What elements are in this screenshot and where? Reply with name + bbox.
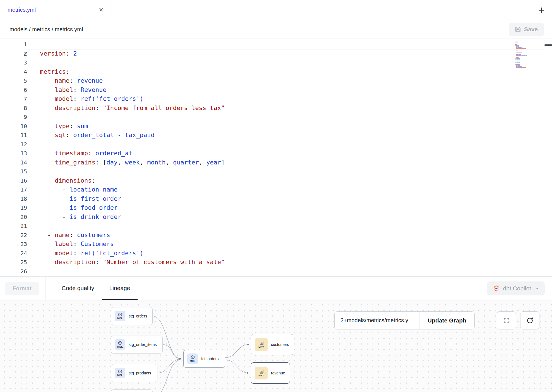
line-number: 12 — [0, 140, 27, 149]
node-label: customers — [271, 342, 289, 347]
code-line-2[interactable]: 2version: 2 — [0, 49, 552, 58]
code-line-21[interactable]: 21 — [0, 221, 552, 231]
code-line-8[interactable]: 8 description: "Income from all orders l… — [0, 104, 552, 113]
save-button[interactable]: Save — [509, 23, 544, 36]
line-number: 25 — [0, 258, 27, 267]
close-icon[interactable]: × — [99, 6, 103, 14]
line-number: 19 — [0, 203, 27, 212]
code-line-11[interactable]: 11 sql: order_total - tax_paid — [0, 131, 552, 140]
line-content: type: sum — [27, 122, 544, 131]
code-line-16[interactable]: 16 dimensions: — [0, 176, 552, 185]
line-content: - is_drink_order — [27, 212, 544, 222]
refresh-button[interactable] — [520, 311, 539, 329]
tab-metrics-yml[interactable]: metrics.yml × — [0, 0, 112, 20]
dbt-logo-icon — [493, 285, 500, 292]
code-line-4[interactable]: 4metrics: — [0, 67, 552, 77]
code-line-9[interactable]: 9 — [0, 113, 552, 122]
fullscreen-icon — [503, 317, 510, 324]
line-number: 13 — [0, 149, 27, 158]
code-line-24[interactable]: 24 model: ref('fct_orders') — [0, 249, 552, 258]
code-line-18[interactable]: 18 - is_first_order — [0, 194, 552, 204]
line-content: - name: revenue — [27, 76, 544, 85]
line-number: 21 — [0, 221, 27, 231]
code-editor[interactable]: 12version: 234metrics:5 - name: revenue6… — [0, 39, 552, 277]
save-label: Save — [524, 26, 538, 33]
code-line-1[interactable]: 1 — [0, 40, 552, 49]
update-graph-button[interactable]: Update Graph — [419, 312, 474, 329]
line-number: 1 — [0, 40, 27, 49]
tab-code-quality[interactable]: Code quality — [54, 277, 102, 300]
code-line-12[interactable]: 12 — [0, 140, 552, 149]
format-button[interactable]: Format — [5, 282, 39, 295]
code-line-3[interactable]: 3 — [0, 58, 552, 67]
lineage-node-stg_products[interactable]: MDLstg_products — [111, 364, 157, 382]
new-tab-button[interactable]: + — [539, 5, 545, 15]
line-number: 5 — [0, 76, 27, 85]
code-line-14[interactable]: 14 time_grains: [day, week, month, quart… — [0, 158, 552, 167]
line-number: 3 — [0, 58, 27, 67]
code-line-5[interactable]: 5 - name: revenue — [0, 76, 552, 85]
code-line-17[interactable]: 17 - location_name — [0, 185, 552, 194]
lineage-canvas[interactable]: MDLstg_ordersMDLstg_order_itemsMDLstg_pr… — [0, 300, 552, 392]
lineage-node-stg_order_items[interactable]: MDLstg_order_items — [111, 336, 163, 353]
lineage-selector-input[interactable] — [335, 312, 419, 329]
node-label: stg_orders — [129, 314, 147, 318]
line-content: timestamp: ordered_at — [27, 149, 544, 158]
line-content: description: "Number of customers with a… — [27, 258, 544, 267]
line-content: model: ref('fct_orders') — [27, 249, 544, 258]
breadcrumb-item[interactable]: metrics.yml — [55, 26, 83, 32]
model-icon: MDL — [187, 353, 198, 364]
code-line-15[interactable]: 15 — [0, 167, 552, 176]
code-line-6[interactable]: 6 label: Revenue — [0, 85, 552, 95]
node-label: revenue — [271, 371, 285, 375]
code-line-10[interactable]: 10 type: sum — [0, 122, 552, 131]
code-line-7[interactable]: 7 model: ref('fct_orders') — [0, 94, 552, 104]
line-number: 14 — [0, 158, 27, 167]
node-label: stg_products — [129, 371, 151, 375]
breadcrumb-separator: / — [50, 26, 55, 32]
code-line-22[interactable]: 22 - name: customers — [0, 231, 552, 240]
tab-title: metrics.yml — [8, 7, 36, 13]
dbt-copilot-button[interactable]: dbt Copilot — [487, 281, 545, 295]
metric-icon: MET — [255, 367, 268, 379]
path-bar: models / metrics / metrics.yml Save — [0, 20, 552, 39]
lineage-node-customers[interactable]: METcustomers — [251, 334, 293, 355]
model-icon: MDL — [115, 339, 125, 350]
lineage-node-fct_orders[interactable]: MDLfct_orders — [183, 350, 225, 368]
code-line-19[interactable]: 19 - is_food_order — [0, 203, 552, 212]
line-number: 2 — [0, 49, 27, 58]
line-number: 18 — [0, 194, 27, 204]
code-line-20[interactable]: 20 - is_drink_order — [0, 212, 552, 222]
model-icon: MDL — [115, 368, 125, 378]
line-content: - name: customers — [27, 231, 544, 240]
line-content: label: Customers — [27, 240, 544, 249]
fullscreen-button[interactable] — [497, 311, 516, 329]
scrollbar-thumb[interactable] — [544, 44, 552, 46]
line-number: 20 — [0, 212, 27, 222]
breadcrumb-item[interactable]: models — [9, 26, 27, 32]
code-line-25[interactable]: 25 description: "Number of customers wit… — [0, 258, 552, 267]
line-number: 4 — [0, 67, 27, 77]
tab-lineage[interactable]: Lineage — [102, 277, 138, 300]
breadcrumb-item[interactable]: metrics — [32, 26, 50, 32]
app-window: metrics.yml × + models / metrics / metri… — [0, 0, 552, 392]
code-line-13[interactable]: 13 timestamp: ordered_at — [0, 149, 552, 158]
code-line-23[interactable]: 23 label: Customers — [0, 240, 552, 249]
line-number: 17 — [0, 185, 27, 194]
line-number: 26 — [0, 267, 27, 276]
chevron-down-icon — [534, 286, 539, 291]
lineage-node-revenue[interactable]: METrevenue — [251, 362, 290, 384]
save-icon — [515, 26, 521, 32]
line-content: version: 2 — [27, 49, 544, 58]
tab-bar: metrics.yml × + — [0, 0, 552, 20]
line-content — [27, 221, 544, 231]
line-content: - location_name — [27, 185, 544, 194]
code-line-26[interactable]: 26 — [0, 267, 552, 276]
lineage-node-partial-node[interactable] — [111, 389, 153, 392]
minimap[interactable] — [515, 40, 531, 70]
graph-selector-group: Update Graph — [334, 311, 475, 329]
lineage-node-stg_orders[interactable]: MDLstg_orders — [111, 307, 153, 325]
line-number: 6 — [0, 85, 27, 95]
copilot-label: dbt Copilot — [503, 285, 531, 292]
line-number: 16 — [0, 176, 27, 185]
